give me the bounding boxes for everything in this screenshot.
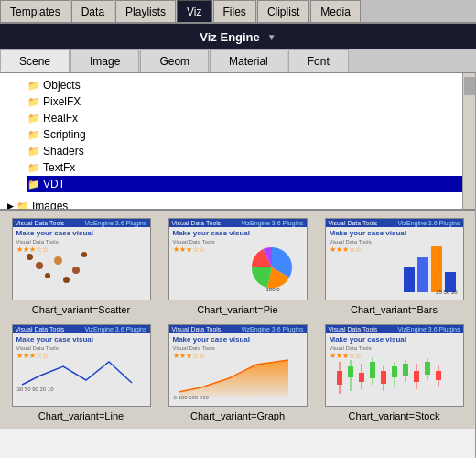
- tree-item-vdt[interactable]: 📁 VDT: [27, 176, 471, 192]
- svg-rect-5: [348, 366, 353, 377]
- folder-icon-objects: 📁: [27, 80, 40, 92]
- engine-label: Viz Engine: [200, 30, 260, 44]
- folder-icon-textfx: 📁: [27, 162, 40, 174]
- folder-icon-vdt: 📁: [27, 179, 40, 191]
- mini-header-pie: Visual Data Tools VizEngine 3.6 Plugins: [169, 219, 307, 227]
- expand-icon-images: ▶: [7, 202, 14, 211]
- tree-item-realfx[interactable]: 📁 RealFx: [27, 110, 471, 126]
- svg-rect-11: [381, 371, 386, 384]
- mini-header-engine-line: VizEngine 3.6 Plugins: [85, 326, 147, 333]
- tree-panel: 📁 Objects 📁 PixelFX 📁 RealFx 📁 Scripting…: [0, 73, 476, 458]
- mini-header-engine-pie: VizEngine 3.6 Plugins: [242, 220, 304, 226]
- mini-header-title-line: Visual Data Tools: [16, 326, 65, 333]
- tab-image[interactable]: Image: [70, 49, 139, 72]
- top-nav: Templates Data Playlists Viz Files Clipl…: [0, 0, 476, 24]
- tree-item-shaders[interactable]: 📁 Shaders: [27, 143, 471, 159]
- svg-rect-7: [359, 373, 364, 382]
- tree-item-label-textfx: TextFx: [43, 161, 75, 174]
- tree-item-images[interactable]: ▶ 📁 Images: [0, 198, 475, 211]
- tab-font[interactable]: Font: [288, 49, 349, 72]
- mini-header-engine-bars: VizEngine 3.6 Plugins: [398, 220, 460, 226]
- mini-chart-pie: Visual Data Tools VizEngine 3.6 Plugins …: [169, 219, 307, 300]
- svg-rect-9: [370, 362, 375, 378]
- thumb-box-pie: Visual Data Tools VizEngine 3.6 Plugins …: [168, 218, 308, 300]
- tree-item-pixelfx[interactable]: 📁 PixelFX: [27, 93, 471, 110]
- tab-scene[interactable]: Scene: [0, 49, 70, 72]
- mini-tagline-graph: Make your case visual: [169, 333, 307, 345]
- mini-chart-graph: Visual Data Tools VizEngine 3.6 Plugins …: [169, 325, 307, 406]
- main-content: 📁 Objects 📁 PixelFX 📁 RealFx 📁 Scripting…: [0, 73, 476, 458]
- tree-area: 📁 Objects 📁 PixelFX 📁 RealFx 📁 Scripting…: [0, 73, 475, 211]
- tab-material[interactable]: Material: [210, 49, 287, 72]
- mini-chart-line: Visual Data Tools VizEngine 3.6 Plugins …: [13, 325, 150, 406]
- mini-chart-bars: Visual Data Tools VizEngine 3.6 Plugins …: [326, 219, 463, 300]
- svg-rect-13: [392, 366, 397, 377]
- tab-files[interactable]: Files: [213, 0, 256, 22]
- thumb-scatter[interactable]: Visual Data Tools VizEngine 3.6 Plugins …: [7, 218, 155, 315]
- mini-tagline-stock: Make your case visual: [326, 333, 463, 345]
- tree-item-label-shaders: Shaders: [43, 145, 84, 158]
- tab-data[interactable]: Data: [71, 0, 114, 22]
- svg-rect-3: [337, 371, 342, 385]
- folder-icon-pixelfx: 📁: [27, 96, 40, 108]
- tree-item-label-realfx: RealFx: [43, 112, 78, 125]
- mini-tagline-pie: Make your case visual: [169, 227, 307, 239]
- thumb-label-pie: Chart_variant=Pie: [197, 304, 277, 315]
- engine-bar[interactable]: Viz Engine ▼: [0, 24, 476, 49]
- tree-item-objects[interactable]: 📁 Objects: [27, 77, 471, 93]
- mini-chart-scatter: Visual Data Tools VizEngine 3.6 Plugins …: [13, 219, 150, 300]
- svg-rect-21: [436, 371, 441, 380]
- tree-item-scripting[interactable]: 📁 Scripting: [27, 126, 471, 143]
- svg-rect-17: [414, 371, 419, 382]
- tab-viz[interactable]: Viz: [177, 0, 211, 22]
- svg-marker-1: [178, 360, 288, 397]
- thumb-pie[interactable]: Visual Data Tools VizEngine 3.6 Plugins …: [164, 218, 311, 315]
- scroll-thumb: [464, 77, 475, 95]
- mini-header-scatter: Visual Data Tools VizEngine 3.6 Plugins: [13, 219, 150, 227]
- thumb-label-scatter: Chart_variant=Scatter: [32, 304, 130, 315]
- stock-chart-svg: [330, 353, 449, 398]
- tree-item-textfx[interactable]: 📁 TextFx: [27, 159, 471, 176]
- thumb-box-line: Visual Data Tools VizEngine 3.6 Plugins …: [12, 324, 151, 407]
- mini-header-title-stock: Visual Data Tools: [329, 326, 378, 333]
- thumb-label-bars: Chart_variant=Bars: [351, 304, 438, 315]
- svg-text:100.0: 100.0: [265, 287, 280, 292]
- mini-header-title-bars: Visual Data Tools: [329, 220, 378, 226]
- mini-header-engine-stock: VizEngine 3.6 Plugins: [398, 326, 460, 333]
- folder-icon-realfx: 📁: [27, 113, 40, 125]
- thumb-graph[interactable]: Visual Data Tools VizEngine 3.6 Plugins …: [164, 324, 311, 421]
- mini-header-title: Visual Data Tools: [16, 220, 65, 226]
- mini-header-stock: Visual Data Tools VizEngine 3.6 Plugins: [326, 325, 463, 333]
- tab-geom[interactable]: Geom: [140, 49, 209, 72]
- mini-header-graph: Visual Data Tools VizEngine 3.6 Plugins: [169, 325, 307, 333]
- thumb-bars[interactable]: Visual Data Tools VizEngine 3.6 Plugins …: [320, 218, 468, 315]
- thumb-box-scatter: Visual Data Tools VizEngine 3.6 Plugins …: [12, 218, 151, 300]
- mini-chart-stock: Visual Data Tools VizEngine 3.6 Plugins …: [326, 325, 463, 406]
- tab-cliplist[interactable]: Cliplist: [257, 0, 309, 22]
- thumbnails-area: Visual Data Tools VizEngine 3.6 Plugins …: [0, 211, 475, 429]
- tab-templates[interactable]: Templates: [0, 0, 70, 22]
- mini-header-bars: Visual Data Tools VizEngine 3.6 Plugins: [326, 219, 463, 227]
- thumb-label-stock: Chart_variant=Stock: [349, 410, 440, 421]
- thumb-label-line: Chart_variant=Line: [38, 410, 124, 421]
- graph-chart-svg: [174, 355, 293, 397]
- thumb-box-bars: Visual Data Tools VizEngine 3.6 Plugins …: [325, 218, 464, 300]
- svg-rect-19: [425, 362, 430, 375]
- thumb-stock[interactable]: Visual Data Tools VizEngine 3.6 Plugins …: [320, 324, 468, 421]
- engine-dropdown-arrow: ▼: [267, 32, 276, 42]
- tree-scrollbar[interactable]: [462, 73, 475, 209]
- thumb-box-graph: Visual Data Tools VizEngine 3.6 Plugins …: [168, 324, 308, 407]
- pie-chart-svg: 100.0: [243, 242, 302, 292]
- tree-item-label-scripting: Scripting: [43, 128, 86, 141]
- mini-header-title-graph: Visual Data Tools: [172, 326, 222, 333]
- thumb-box-stock: Visual Data Tools VizEngine 3.6 Plugins …: [325, 324, 464, 407]
- folder-icon-scripting: 📁: [27, 129, 40, 141]
- folder-icon-images: 📁: [16, 201, 29, 212]
- thumb-line[interactable]: Visual Data Tools VizEngine 3.6 Plugins …: [7, 324, 155, 421]
- tree-item-label-images: Images: [32, 200, 68, 211]
- tab-media[interactable]: Media: [310, 0, 361, 22]
- tab-playlists[interactable]: Playlists: [115, 0, 176, 22]
- thumb-label-graph: Chart_variant=Graph: [190, 410, 285, 421]
- tree-items: 📁 Objects 📁 PixelFX 📁 RealFx 📁 Scripting…: [0, 73, 475, 196]
- mini-header-title-pie: Visual Data Tools: [172, 220, 222, 226]
